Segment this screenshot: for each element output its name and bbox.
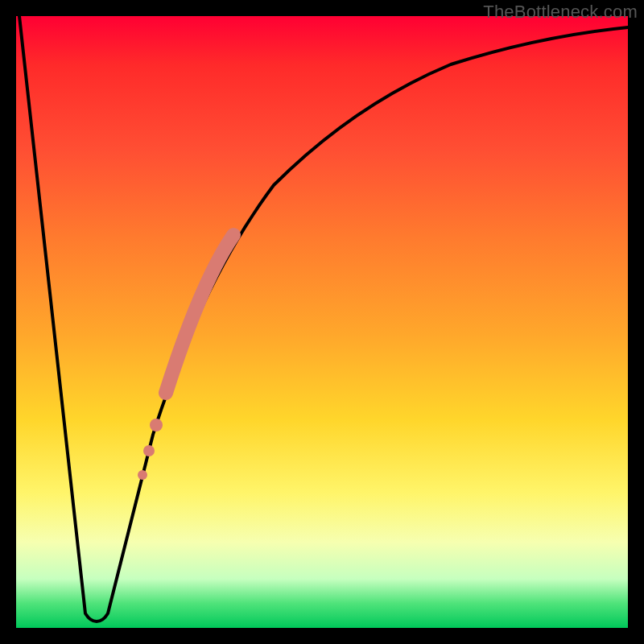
bottleneck-curve <box>19 16 628 621</box>
highlight-dot-1 <box>150 419 163 431</box>
plot-area <box>16 16 628 628</box>
chart-frame: TheBottleneck.com <box>0 0 644 644</box>
highlight-dot-2 <box>143 445 155 456</box>
curve-layer <box>16 16 628 628</box>
highlight-dot-3 <box>138 470 147 480</box>
highlight-thick-segment <box>166 235 233 393</box>
